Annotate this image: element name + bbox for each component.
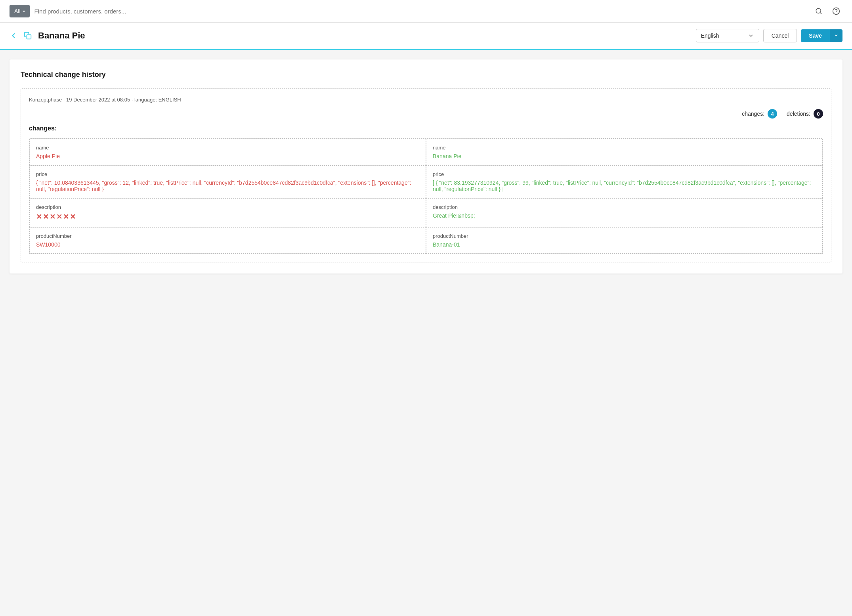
changes-grid: nameApple PienameBanana Pieprice{ "net":… bbox=[29, 138, 823, 254]
language-selector[interactable]: English bbox=[696, 29, 759, 42]
card-title: Technical change history bbox=[21, 71, 831, 79]
back-icon bbox=[10, 32, 17, 40]
change-field-label-new-3: productNumber bbox=[433, 233, 816, 239]
change-cell-new-2: descriptionGreat Pie!&nbsp; bbox=[426, 198, 823, 227]
change-field-label-new-2: description bbox=[433, 204, 816, 210]
save-button-group: Save bbox=[801, 29, 842, 42]
main-content: Technical change history Konzeptphase · … bbox=[0, 50, 852, 283]
change-field-label-new-0: name bbox=[433, 145, 816, 151]
changes-stat-label: changes: bbox=[742, 111, 764, 117]
change-field-label-old-2: description bbox=[36, 204, 419, 210]
change-value-old-0: Apple Pie bbox=[36, 153, 419, 159]
search-category-button[interactable]: All ▾ bbox=[10, 5, 30, 17]
svg-line-1 bbox=[820, 12, 821, 13]
change-value-new-2: Great Pie!&nbsp; bbox=[433, 212, 816, 219]
svg-rect-4 bbox=[27, 35, 31, 39]
change-field-label-new-1: price bbox=[433, 171, 816, 177]
change-cell-old-3: productNumberSW10000 bbox=[29, 227, 426, 254]
save-dropdown-button[interactable] bbox=[830, 29, 842, 42]
search-input-wrapper bbox=[34, 8, 808, 15]
changes-section-label: changes: bbox=[29, 125, 823, 132]
deletions-stat: deletions: 0 bbox=[787, 109, 823, 119]
top-search-bar: All ▾ bbox=[0, 0, 852, 23]
change-field-label-old-0: name bbox=[36, 145, 419, 151]
entry-meta: Konzeptphase · 19 December 2022 at 08:05… bbox=[29, 97, 823, 103]
change-cell-new-1: price[ { "net": 83.193277310924, "gross"… bbox=[426, 165, 823, 198]
card: Technical change history Konzeptphase · … bbox=[10, 59, 842, 274]
deletions-count-badge: 0 bbox=[814, 109, 823, 119]
language-label: English bbox=[701, 33, 745, 39]
changes-stat: changes: 4 bbox=[742, 109, 777, 119]
top-bar-icons bbox=[812, 5, 842, 17]
search-icon bbox=[815, 8, 822, 15]
save-button[interactable]: Save bbox=[801, 29, 830, 42]
page-header: Banana Pie English Cancel Save bbox=[0, 23, 852, 50]
header-actions: English Cancel Save bbox=[696, 29, 842, 42]
chevron-down-icon: ▾ bbox=[23, 9, 25, 13]
change-value-old-3: SW10000 bbox=[36, 241, 419, 248]
copy-icon bbox=[24, 32, 32, 40]
search-category-label: All bbox=[14, 8, 21, 14]
change-value-old-2: ✕✕✕✕✕✕ bbox=[36, 212, 419, 221]
change-value-new-0: Banana Pie bbox=[433, 153, 816, 159]
search-icon-button[interactable] bbox=[812, 5, 825, 17]
chevron-down-icon bbox=[748, 33, 754, 39]
copy-button[interactable] bbox=[24, 32, 32, 40]
change-cell-new-3: productNumberBanana-01 bbox=[426, 227, 823, 254]
change-value-new-1: [ { "net": 83.193277310924, "gross": 99,… bbox=[433, 180, 816, 192]
change-cell-new-0: nameBanana Pie bbox=[426, 139, 823, 165]
entry-stats: changes: 4 deletions: 0 bbox=[29, 109, 823, 119]
change-value-old-1: { "net": 10.084033613445, "gross": 12, "… bbox=[36, 180, 419, 192]
deletions-stat-label: deletions: bbox=[787, 111, 810, 117]
chevron-down-icon bbox=[834, 33, 839, 38]
change-cell-old-2: description✕✕✕✕✕✕ bbox=[29, 198, 426, 227]
change-cell-old-1: price{ "net": 10.084033613445, "gross": … bbox=[29, 165, 426, 198]
help-icon bbox=[832, 7, 840, 15]
changes-count-badge: 4 bbox=[768, 109, 777, 119]
page-title: Banana Pie bbox=[38, 31, 690, 41]
help-icon-button[interactable] bbox=[830, 5, 842, 17]
change-field-label-old-1: price bbox=[36, 171, 419, 177]
search-input[interactable] bbox=[34, 8, 808, 15]
change-field-label-old-3: productNumber bbox=[36, 233, 419, 239]
change-value-new-3: Banana-01 bbox=[433, 241, 816, 248]
history-entry: Konzeptphase · 19 December 2022 at 08:05… bbox=[21, 88, 831, 262]
change-cell-old-0: nameApple Pie bbox=[29, 139, 426, 165]
back-button[interactable] bbox=[10, 32, 17, 40]
cancel-button[interactable]: Cancel bbox=[763, 29, 797, 42]
